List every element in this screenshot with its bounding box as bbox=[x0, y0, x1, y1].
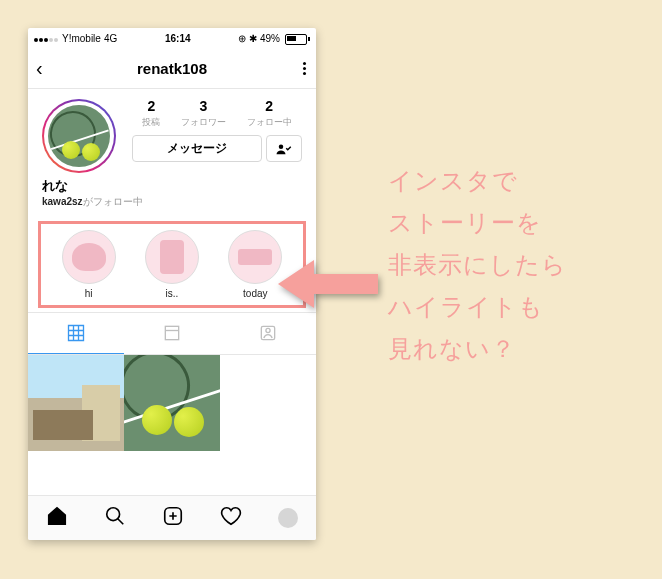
nav-search[interactable] bbox=[104, 505, 126, 531]
profile-stats: 2 投稿 3 フォロワー 2 フォロー中 メッセージ bbox=[132, 99, 302, 173]
highlight-cover bbox=[228, 230, 282, 284]
nav-profile[interactable] bbox=[278, 508, 298, 528]
grid-icon bbox=[66, 323, 86, 343]
home-icon bbox=[46, 505, 68, 527]
grid-photo[interactable] bbox=[124, 355, 220, 451]
battery-pct: 49% bbox=[260, 30, 280, 48]
highlight-item[interactable]: today bbox=[228, 230, 282, 299]
svg-point-3 bbox=[266, 328, 270, 332]
list-icon bbox=[162, 323, 182, 343]
followed-by-user[interactable]: kawa2sz bbox=[42, 196, 83, 207]
caption-line: 見れない？ bbox=[388, 328, 567, 370]
highlight-item[interactable]: is.. bbox=[145, 230, 199, 299]
stat-following[interactable]: 2 フォロー中 bbox=[247, 99, 292, 129]
nav-activity[interactable] bbox=[220, 505, 242, 531]
tagged-icon bbox=[258, 323, 278, 343]
network-label: 4G bbox=[104, 30, 117, 48]
stat-posts-label: 投稿 bbox=[142, 116, 160, 129]
stat-following-value: 2 bbox=[247, 99, 292, 113]
nav-home[interactable] bbox=[46, 505, 68, 531]
caption-line: 非表示にしたら bbox=[388, 244, 567, 286]
stat-followers[interactable]: 3 フォロワー bbox=[181, 99, 226, 129]
caption-line: インスタで bbox=[388, 160, 567, 202]
highlights-row-annotated: hi is.. today bbox=[38, 221, 306, 308]
photo-grid bbox=[28, 355, 316, 495]
followed-by-suffix: がフォロー中 bbox=[83, 196, 143, 207]
status-left: Y!mobile 4G bbox=[34, 30, 117, 48]
svg-point-4 bbox=[107, 508, 120, 521]
heart-icon bbox=[220, 505, 242, 527]
message-button[interactable]: メッセージ bbox=[132, 135, 262, 162]
status-icons: ⊕ ✱ bbox=[238, 30, 257, 48]
status-bar: Y!mobile 4G 16:14 ⊕ ✱ 49% bbox=[28, 28, 316, 48]
highlight-cover bbox=[145, 230, 199, 284]
stat-followers-value: 3 bbox=[181, 99, 226, 113]
bottom-nav bbox=[28, 495, 316, 540]
stat-followers-label: フォロワー bbox=[181, 116, 226, 129]
more-options-button[interactable] bbox=[303, 62, 306, 75]
nav-new-post[interactable] bbox=[162, 505, 184, 531]
profile-header: 2 投稿 3 フォロワー 2 フォロー中 メッセージ bbox=[28, 89, 316, 177]
annotation-arrow bbox=[278, 256, 378, 312]
profile-tabs bbox=[28, 312, 316, 355]
highlight-item[interactable]: hi bbox=[62, 230, 116, 299]
display-name: れな bbox=[28, 177, 316, 195]
carrier-label: Y!mobile bbox=[62, 30, 101, 48]
tab-grid[interactable] bbox=[28, 313, 124, 354]
highlight-label: hi bbox=[85, 288, 93, 299]
followed-by-text: kawa2szがフォロー中 bbox=[28, 195, 316, 217]
signal-icon bbox=[34, 30, 59, 48]
highlight-cover bbox=[62, 230, 116, 284]
back-button[interactable]: ‹ bbox=[36, 57, 43, 80]
avatar bbox=[44, 101, 114, 171]
avatar-story-ring[interactable] bbox=[42, 99, 116, 173]
caption-line: ストーリーを bbox=[388, 202, 567, 244]
annotation-caption: インスタで ストーリーを 非表示にしたら ハイライトも 見れない？ bbox=[388, 160, 567, 370]
stat-posts-value: 2 bbox=[142, 99, 160, 113]
nav-header: ‹ renatk108 bbox=[28, 48, 316, 89]
svg-rect-1 bbox=[165, 326, 178, 339]
plus-square-icon bbox=[162, 505, 184, 527]
battery-icon bbox=[283, 34, 310, 45]
person-check-icon bbox=[275, 143, 293, 155]
highlight-label: is.. bbox=[166, 288, 179, 299]
status-right: ⊕ ✱ 49% bbox=[238, 30, 310, 48]
svg-point-0 bbox=[279, 144, 284, 149]
highlight-label: today bbox=[243, 288, 267, 299]
status-time: 16:14 bbox=[117, 30, 238, 48]
grid-photo[interactable] bbox=[28, 355, 124, 451]
stat-following-label: フォロー中 bbox=[247, 116, 292, 129]
tab-tagged[interactable] bbox=[220, 313, 316, 353]
caption-line: ハイライトも bbox=[388, 286, 567, 328]
tab-feed[interactable] bbox=[124, 313, 220, 353]
phone-frame: Y!mobile 4G 16:14 ⊕ ✱ 49% ‹ renatk108 bbox=[28, 28, 316, 540]
svg-marker-6 bbox=[278, 260, 378, 308]
search-icon bbox=[104, 505, 126, 527]
stat-posts[interactable]: 2 投稿 bbox=[142, 99, 160, 129]
following-dropdown-button[interactable] bbox=[266, 135, 302, 162]
grid-empty bbox=[220, 355, 316, 451]
nav-username: renatk108 bbox=[137, 60, 207, 77]
